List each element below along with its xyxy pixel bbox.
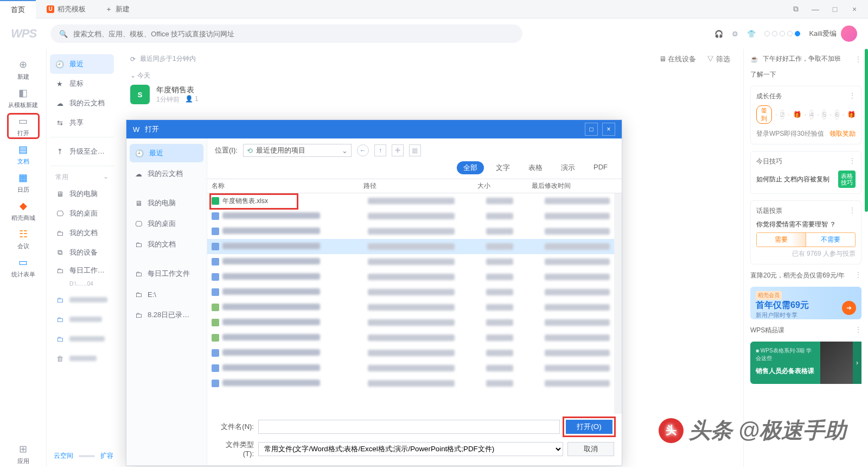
tab-docker[interactable]: U 稻壳模板 [36, 0, 97, 18]
online-devices[interactable]: 🖥 在线设备 [659, 54, 697, 64]
chevron-down-icon[interactable]: ⌄ [103, 173, 108, 182]
nav-cloud[interactable]: ☁我的云文档 [50, 93, 114, 113]
nav-documents[interactable]: 🗀我的文档 [50, 223, 114, 243]
side-e[interactable]: 🗀E:\ [130, 285, 203, 304]
more-icon[interactable]: ⋮ [849, 157, 856, 166]
rail-apps[interactable]: ⊞应用 [7, 441, 40, 467]
filter-word[interactable]: 文字 [489, 161, 516, 174]
side-daily[interactable]: 🗀每日工作文件 [130, 264, 203, 283]
up-icon[interactable]: ↑ [374, 144, 386, 156]
tip-link[interactable]: 如何防止 文档内容被复制 [756, 175, 829, 184]
nav-upgrade[interactable]: ⤒升级至企… [50, 142, 114, 161]
skin-icon[interactable]: 👕 [747, 30, 756, 38]
vote-no[interactable]: 不需要 [806, 233, 855, 247]
side-cloud[interactable]: ☁我的云文档 [130, 165, 203, 183]
file-row[interactable] [207, 209, 614, 224]
sync-icon: ⟳ [130, 55, 136, 63]
promo-card[interactable]: 稻壳会员 首年仅需69元 新用户限时专享 ➜ [750, 287, 861, 319]
vote-yes[interactable]: 需要 [757, 233, 806, 247]
side-desktop[interactable]: 🖵我的桌面 [130, 214, 203, 233]
more-icon[interactable]: ⋮ [855, 55, 861, 63]
filter-all[interactable]: 全部 [457, 161, 484, 174]
rail-open[interactable]: ▭打开 [7, 113, 40, 139]
dialog-maximize-icon[interactable]: □ [585, 123, 598, 136]
side-recent[interactable]: 🕘最近 [130, 144, 203, 162]
file-row[interactable] [207, 224, 614, 239]
dialog-close-icon[interactable]: × [602, 123, 615, 136]
open-button[interactable]: 打开(O) [566, 420, 612, 434]
nav-desktop[interactable]: 🖵我的桌面 [50, 204, 114, 223]
file-row[interactable] [207, 239, 614, 254]
headset-icon[interactable]: 🎧 [714, 30, 723, 38]
rail-meeting[interactable]: ☷会议 [7, 226, 40, 252]
more-icon[interactable]: ⋮ [849, 206, 856, 216]
file-row[interactable] [207, 285, 614, 300]
col-path[interactable]: 路径 [359, 179, 473, 193]
get-reward-link[interactable]: 领取奖励 [829, 129, 856, 138]
file-icon [212, 243, 219, 250]
more-icon[interactable]: ⋮ [855, 326, 861, 335]
nav-computer[interactable]: 🖥我的电脑 [50, 184, 114, 204]
file-row[interactable] [207, 315, 614, 330]
nav-blurred-4[interactable]: 🗑 [50, 349, 114, 368]
nav-blurred-2[interactable]: 🗀 [50, 310, 114, 329]
window-minimize-icon[interactable]: — [807, 2, 824, 17]
nav-recent[interactable]: 🕘最近 [50, 54, 114, 74]
window-maximize-icon[interactable]: □ [827, 2, 843, 17]
rail-docker[interactable]: ◆稻壳商城 [7, 198, 40, 224]
file-row[interactable] [207, 254, 614, 269]
col-size[interactable]: 大小 [473, 179, 527, 193]
file-row[interactable] [207, 376, 614, 391]
file-row[interactable] [207, 330, 614, 345]
nav-daily[interactable]: 🗀每日工作… D:\……04 [50, 262, 114, 290]
col-name[interactable]: 名称 [207, 179, 359, 193]
vote-buttons[interactable]: 需要 不需要 [756, 232, 856, 247]
rail-new[interactable]: ⊕新建 [7, 56, 40, 83]
file-row[interactable] [207, 300, 614, 315]
rail-from-template[interactable]: ◧从模板新建 [7, 85, 40, 111]
filter-excel[interactable]: 表格 [522, 161, 549, 174]
nav-devices[interactable]: ⧉我的设备 [50, 243, 114, 262]
side-documents[interactable]: 🗀我的文档 [130, 235, 203, 254]
new-folder-icon[interactable]: ✚ [392, 144, 404, 156]
location-select[interactable]: ⟲ 最近使用的项目 ⌄ [243, 144, 352, 157]
search-input[interactable] [73, 30, 514, 38]
rail-forms[interactable]: ▭统计表单 [7, 254, 40, 280]
file-row[interactable] [207, 269, 614, 285]
nav-blurred-1[interactable]: 🗀 [50, 290, 114, 310]
side-date[interactable]: 🗀8.28日已录… [130, 306, 203, 324]
cloudspace-link[interactable]: 云空间 [54, 451, 73, 460]
recent-file[interactable]: S 年度销售表 1分钟前👤 1 [130, 85, 730, 104]
nav-blurred-3[interactable]: 🗀 [50, 329, 114, 349]
window-extra-icon[interactable]: ⧉ [788, 2, 804, 17]
side-computer[interactable]: 🖥我的电脑 [130, 194, 203, 212]
back-icon[interactable]: ← [357, 144, 369, 156]
user-block[interactable]: Kaili爱编 [809, 26, 857, 42]
filter-button[interactable]: ▽ 筛选 [707, 54, 730, 64]
window-close-icon[interactable]: × [846, 2, 863, 17]
file-row[interactable] [207, 361, 614, 376]
nav-star[interactable]: ★星标 [50, 74, 114, 93]
filename-input[interactable] [258, 420, 560, 434]
cancel-button[interactable]: 取消 [567, 442, 614, 456]
file-row[interactable] [207, 345, 614, 361]
view-icon[interactable]: ▦ [409, 144, 421, 156]
filter-pdf[interactable]: PDF [587, 161, 614, 174]
notify-icon[interactable]: ⚙︎ [732, 30, 738, 38]
col-date[interactable]: 最后修改时间 [527, 179, 622, 193]
tab-new[interactable]: ＋ 新建 [97, 4, 138, 14]
search-bar[interactable]: 🔍 [50, 24, 522, 43]
expand-link[interactable]: 扩容 [100, 451, 113, 460]
filter-ppt[interactable]: 演示 [554, 161, 582, 174]
more-icon[interactable]: ⋮ [849, 92, 856, 101]
course-card[interactable]: ■ WPS表格系列·3期 学会这些销售人员必备表格课 › [750, 342, 861, 384]
nav-share[interactable]: ⇆共享 [50, 113, 114, 132]
rail-calendar[interactable]: ▦日历 [7, 169, 40, 195]
service-dots[interactable] [764, 31, 800, 36]
tab-home[interactable]: 首页 [0, 0, 36, 18]
filetype-select[interactable]: 常用文件(文字/Word格式;表格/Excel格式;演示/PowerPoint格… [258, 442, 563, 456]
more-icon[interactable]: ⋮ [855, 271, 861, 280]
rail-docs[interactable]: ▤文档 [7, 141, 40, 167]
checkin-chain[interactable]: 签到·2·🎁·4·5·6·🎁 [756, 105, 856, 124]
file-row[interactable]: 年度销售表.xlsx [207, 193, 614, 209]
